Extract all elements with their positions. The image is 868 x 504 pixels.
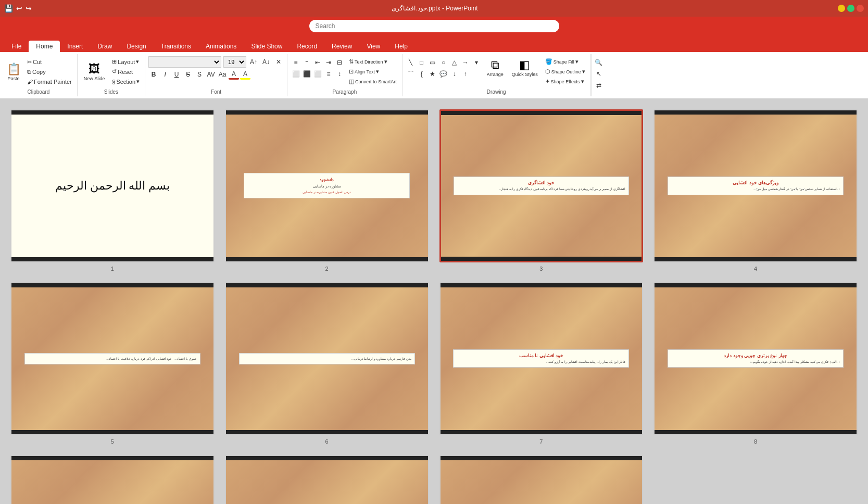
slide-4-content-text: ۱- استفاده از ضمایر شخص 'من' یا 'من' در … [671, 187, 840, 191]
convert-smartart-button[interactable]: ◫ Convert to SmartArt [347, 77, 399, 86]
smartart-icon: ◫ [349, 78, 354, 85]
slide-thumb-8[interactable]: چهار نوع برتری جویی وجود دارد ۱- الف ) '… [653, 282, 858, 435]
tab-slideshow[interactable]: Slide Show [244, 41, 290, 52]
slide-9-content: موانع خود افشایی بدین طریق... ترس از آبر… [11, 460, 213, 504]
slide-4-number: 4 [754, 266, 757, 272]
slide-8-bottom-bar [655, 430, 857, 434]
shape-effects-button[interactable]: ✦ Shape Effects ▾ [543, 77, 587, 86]
arrow-button[interactable]: → [460, 57, 471, 68]
text-direction-button[interactable]: ⇅ Text Direction ▾ [347, 57, 399, 66]
shadow-button[interactable]: S [194, 69, 205, 80]
shape-fill-button[interactable]: 🪣 Shape Fill ▾ [543, 57, 587, 66]
triangle-button[interactable]: △ [449, 57, 460, 68]
paste-button[interactable]: 📋 Paste [3, 61, 24, 82]
rounded-rect-button[interactable]: ▭ [427, 57, 438, 68]
tab-file[interactable]: File [4, 41, 29, 52]
italic-button[interactable]: I [160, 69, 170, 80]
slide-thumb-10[interactable]: راهنمودجویی برای خود افشایی مناسب پیروی … [225, 455, 429, 504]
tab-view[interactable]: View [359, 41, 387, 52]
highlight-button[interactable]: A [240, 69, 250, 80]
increase-indent-button[interactable]: ⇥ [323, 57, 334, 68]
maximize-button[interactable] [847, 5, 854, 12]
search-input[interactable] [309, 20, 559, 32]
reset-button[interactable]: ↺ Reset [110, 67, 142, 76]
decrease-indent-button[interactable]: ⇤ [312, 57, 323, 68]
tab-insert[interactable]: Insert [60, 41, 90, 52]
title-text: خود.افشاگری.pptx - PowerPoint [35, 5, 835, 12]
shape-outline-button[interactable]: ⬡ Shape Outline ▾ [543, 67, 587, 76]
format-painter-button[interactable]: 🖌 Format Painter [25, 78, 74, 86]
section-button[interactable]: § Section ▾ [110, 77, 142, 86]
slide-container-4: ویژگی‌های خود افشایی ۱- استفاده از ضمایر… [653, 109, 858, 272]
slide-thumb-2[interactable]: دانشجو: مشاوره در ماسایی درس: اصول فنون … [225, 109, 429, 262]
bullets-button[interactable]: ≡ [291, 57, 301, 68]
slide-2-content: دانشجو: مشاوره در ماسایی درس: اصول فنون … [226, 115, 428, 257]
justify-button[interactable]: ≡ [323, 69, 334, 79]
replace-button[interactable]: ⇄ [594, 80, 604, 91]
tab-draw[interactable]: Draw [90, 41, 119, 52]
curve-shape-button[interactable]: ⌒ [406, 69, 416, 79]
tab-record[interactable]: Record [290, 41, 324, 52]
slide-thumb-11[interactable]: خود ابزاری در چه موقعیت‌هایی صورت می‌گیر… [439, 455, 644, 504]
slide-thumb-4[interactable]: ویژگی‌های خود افشایی ۱- استفاده از ضمایر… [653, 109, 858, 262]
slide-thumb-1[interactable]: بسم الله الرحمن الرحیم [10, 109, 215, 262]
oval-button[interactable]: ○ [438, 57, 449, 68]
tab-review[interactable]: Review [324, 41, 359, 52]
slide-thumb-3[interactable]: خود افشاگری افشاگری از ضمیر بر می‌آید رو… [439, 109, 644, 262]
close-button[interactable] [857, 5, 864, 12]
align-text-button[interactable]: ⊡ Align Text ▾ [347, 67, 399, 76]
tab-home[interactable]: Home [29, 41, 60, 52]
case-button[interactable]: Aa [217, 69, 228, 80]
underline-button[interactable]: U [171, 69, 182, 80]
tab-transitions[interactable]: Transitions [154, 41, 198, 52]
arrange-button[interactable]: ⧉ Arrange [484, 57, 507, 78]
slide-7-content: خود افشایی نا مناسب قانار این یک بیمار ر… [441, 287, 643, 430]
select-button[interactable]: ↖ [594, 69, 604, 79]
char-spacing-button[interactable]: AV [206, 69, 216, 80]
more-shapes-button[interactable]: ▾ [471, 57, 482, 68]
save-icon[interactable]: 💾 [4, 4, 13, 12]
find-button[interactable]: 🔍 [594, 57, 604, 68]
cut-button[interactable]: ✂ Cut [25, 58, 74, 67]
columns-button[interactable]: ⊟ [334, 57, 345, 68]
font-size-select[interactable]: 19 [223, 56, 246, 68]
tab-help[interactable]: Help [387, 41, 415, 52]
font-color-button[interactable]: A [229, 69, 239, 80]
slide-thumb-9[interactable]: موانع خود افشایی بدین طریق... ترس از آبر… [10, 455, 215, 504]
minimize-button[interactable] [838, 5, 845, 12]
bold-button[interactable]: B [148, 69, 159, 80]
align-center-button[interactable]: ⬛ [301, 69, 312, 79]
bracket-shape-button[interactable]: { [417, 69, 427, 79]
decrease-font-button[interactable]: A↓ [261, 57, 271, 67]
align-left-button[interactable]: ⬜ [291, 69, 301, 79]
increase-font-button[interactable]: A↑ [248, 57, 259, 67]
tab-design[interactable]: Design [119, 41, 153, 52]
redo-icon[interactable]: ↪ [26, 4, 32, 12]
down-arrow-button[interactable]: ↓ [449, 69, 460, 79]
tab-animations[interactable]: Animations [198, 41, 244, 52]
slide-container-1: بسم الله الرحمن الرحیم 1 [10, 109, 215, 272]
line-shape-button[interactable]: ╲ [406, 57, 416, 68]
clear-format-button[interactable]: ✕ [273, 57, 284, 67]
quick-styles-button[interactable]: ◧ Quick Styles [509, 57, 541, 78]
up-arrow-button[interactable]: ↑ [460, 69, 471, 79]
line-spacing-button[interactable]: ↕ [334, 69, 345, 79]
slide-thumb-6[interactable]: متن فارسی درباره مشاوره و ارتباط درمانی.… [225, 282, 429, 435]
new-slide-button[interactable]: 🖼 New Slide [81, 61, 108, 82]
star-shape-button[interactable]: ★ [427, 69, 438, 79]
slide-panel[interactable]: بسم الله الرحمن الرحیم 1 دانشجو: مشاوره … [0, 99, 868, 504]
align-right-button[interactable]: ⬜ [312, 69, 323, 79]
slide-thumb-7[interactable]: خود افشایی نا مناسب قانار این یک بیمار ر… [439, 282, 644, 435]
slide-container-11: خود ابزاری در چه موقعیت‌هایی صورت می‌گیر… [439, 455, 644, 504]
copy-button[interactable]: ⧉ Copy [25, 68, 74, 77]
slide-8-top-bar [655, 283, 857, 287]
rect-shape-button[interactable]: □ [417, 57, 427, 68]
slide-thumb-5[interactable]: حقوق یا اعتماد... - خود افشایی ادراکی فر… [10, 282, 215, 435]
callout-button[interactable]: 💬 [438, 69, 449, 79]
font-name-select[interactable] [148, 56, 221, 68]
undo-icon[interactable]: ↩ [16, 4, 22, 12]
slide-container-10: راهنمودجویی برای خود افشایی مناسب پیروی … [225, 455, 429, 504]
layout-button[interactable]: ⊞ Layout ▾ [110, 57, 142, 66]
numbering-button[interactable]: ⁼ [301, 57, 312, 68]
strikethrough-button[interactable]: S [183, 69, 193, 80]
